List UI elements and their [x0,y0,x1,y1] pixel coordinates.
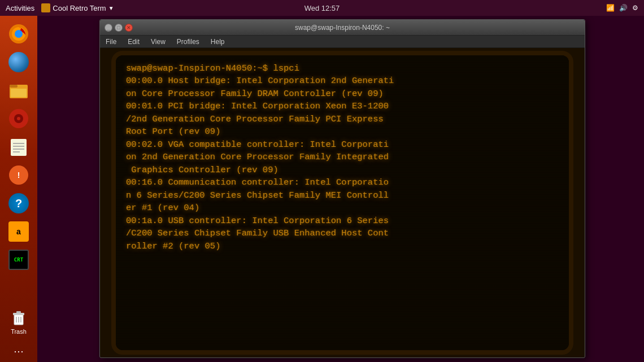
svg-point-8 [17,117,20,120]
menu-help[interactable]: Help [208,37,227,47]
svg-rect-5 [11,89,27,97]
sidebar: ! ? a CRT Tras [0,16,37,362]
topbar-right: 📶 🔊 ⚙ [606,4,638,12]
music-icon [8,108,29,129]
maximize-button[interactable]: □ [115,24,123,32]
menu-view[interactable]: View [149,37,168,47]
sidebar-item-firefox[interactable] [3,21,34,46]
close-button[interactable]: ✕ [125,24,133,32]
menu-profiles[interactable]: Profiles [175,37,202,47]
sidebar-item-ubuntu-one[interactable] [3,50,34,75]
terminal-window: _ □ ✕ swap@swap-Inspiron-N4050: ~ File E… [99,19,585,358]
topbar-left: Activities Cool Retro Term ▼ [6,3,114,12]
sidebar-apps-grid[interactable]: ⋯ [14,345,24,357]
menu-edit[interactable]: Edit [125,37,142,47]
svg-text:!: ! [18,171,20,180]
sidebar-item-help[interactable]: ? [3,191,34,216]
app-indicator: Cool Retro Term ▼ [41,3,114,12]
help-icon: ? [8,193,29,213]
crt-inner: swap@swap-Inspiron-N4050:~$ lspci 00:00.… [116,55,569,350]
sidebar-item-trash[interactable]: Trash [3,304,34,337]
sidebar-item-crt-term[interactable]: CRT [3,247,34,272]
trash-label: Trash [11,328,27,335]
wifi-icon: 📶 [606,4,615,12]
trash-icon [8,307,29,327]
main-area: _ □ ✕ swap@swap-Inspiron-N4050: ~ File E… [37,16,644,362]
files-icon [8,80,29,101]
settings-icon: ⚙ [632,4,638,12]
firefox-icon [8,24,29,44]
svg-point-2 [15,30,23,38]
notes-icon [8,137,29,157]
app-dropdown-icon: ▼ [108,5,114,11]
sidebar-item-amazon[interactable]: a [3,219,34,244]
terminal-titlebar: _ □ ✕ swap@swap-Inspiron-N4050: ~ [100,20,585,36]
svg-rect-9 [11,139,27,156]
menu-file[interactable]: File [103,37,119,47]
topbar-datetime: Wed 12:57 [304,4,340,12]
volume-icon: 🔊 [619,4,628,12]
amazon-icon: a [8,221,29,242]
terminal-output[interactable]: swap@swap-Inspiron-N4050:~$ lspci 00:00.… [126,62,559,343]
sidebar-item-music[interactable] [3,106,34,131]
crt-outer: swap@swap-Inspiron-N4050:~$ lspci 00:00.… [111,51,573,355]
topbar: Activities Cool Retro Term ▼ Wed 12:57 📶… [0,0,644,16]
ubuntu-one-icon [8,52,29,72]
crt-term-icon: CRT [8,250,29,270]
activities-label[interactable]: Activities [6,4,34,12]
svg-rect-18 [16,311,21,313]
sidebar-item-notes[interactable] [3,134,34,159]
window-controls: _ □ ✕ [105,24,133,32]
app-icon [41,3,50,12]
terminal-title: swap@swap-Inspiron-N4050: ~ [133,24,552,32]
terminal-menubar: File Edit View Profiles Help [100,36,585,48]
crt-screen: swap@swap-Inspiron-N4050:~$ lspci 00:00.… [100,48,585,357]
svg-rect-4 [10,85,18,88]
sidebar-item-software[interactable]: ! [3,163,34,187]
software-icon: ! [8,165,29,185]
sidebar-item-files[interactable] [3,78,34,103]
minimize-button[interactable]: _ [105,24,112,32]
app-label[interactable]: Cool Retro Term [53,4,106,12]
